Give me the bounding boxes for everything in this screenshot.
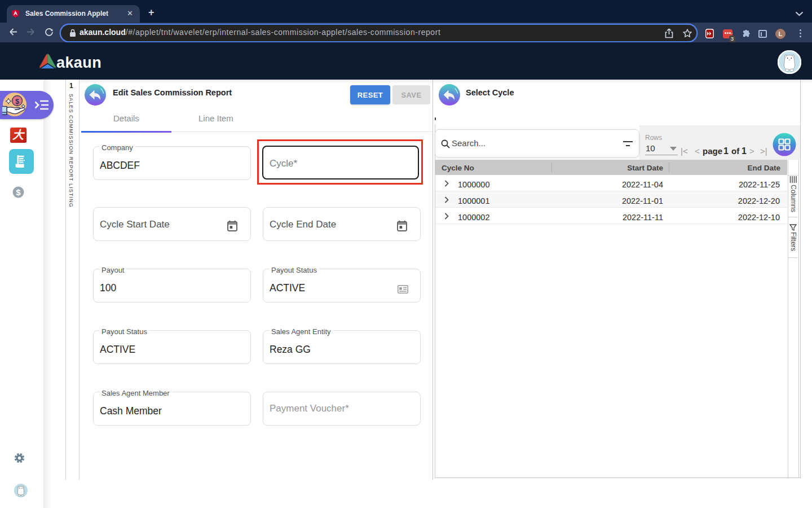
svg-text:大: 大 bbox=[12, 129, 25, 141]
svg-text:$: $ bbox=[16, 187, 21, 197]
svg-text:$: $ bbox=[15, 97, 20, 106]
